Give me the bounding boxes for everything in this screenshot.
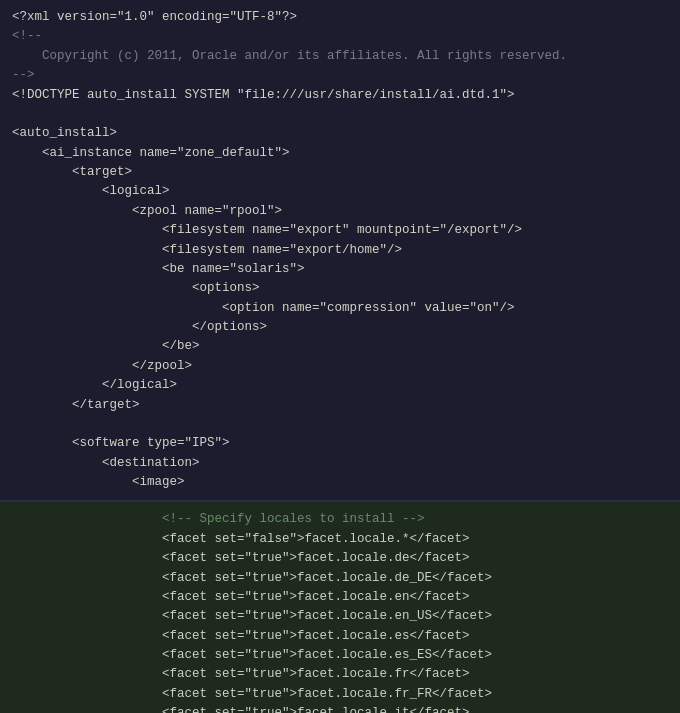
destination-open: <destination> <box>12 456 200 470</box>
facet-locale-all: <facet set="false">facet.locale.*</facet… <box>12 532 470 546</box>
bottom-code-block: <!-- Specify locales to install --> <fac… <box>12 510 668 713</box>
facet-locale-fr-FR: <facet set="true">facet.locale.fr_FR</fa… <box>12 687 492 701</box>
ai-instance-open: <ai_instance name="zone_default"> <box>12 146 290 160</box>
software-open: <software type="IPS"> <box>12 436 230 450</box>
facet-locale-fr: <facet set="true">facet.locale.fr</facet… <box>12 667 470 681</box>
xml-declaration: <?xml version="1.0" encoding="UTF-8"?> <box>12 10 297 24</box>
auto-install-open: <auto_install> <box>12 126 117 140</box>
facet-locale-it: <facet set="true">facet.locale.it</facet… <box>12 706 470 713</box>
facet-locale-en-US: <facet set="true">facet.locale.en_US</fa… <box>12 609 492 623</box>
locales-comment: <!-- Specify locales to install --> <box>12 512 425 526</box>
editor-container: <?xml version="1.0" encoding="UTF-8"?> <… <box>0 0 680 713</box>
comment-close: --> <box>12 68 35 82</box>
facet-locale-es-ES: <facet set="true">facet.locale.es_ES</fa… <box>12 648 492 662</box>
filesystem-home: <filesystem name="export/home"/> <box>12 243 402 257</box>
target-open: <target> <box>12 165 132 179</box>
top-code-block: <?xml version="1.0" encoding="UTF-8"?> <… <box>12 8 668 492</box>
options-close: </options> <box>12 320 267 334</box>
facet-locale-es: <facet set="true">facet.locale.es</facet… <box>12 629 470 643</box>
doctype-declaration: <!DOCTYPE auto_install SYSTEM "file:///u… <box>12 88 515 102</box>
zpool-close: </zpool> <box>12 359 192 373</box>
facet-locale-de-DE: <facet set="true">facet.locale.de_DE</fa… <box>12 571 492 585</box>
bottom-code-section: <!-- Specify locales to install --> <fac… <box>0 502 680 713</box>
top-code-section: <?xml version="1.0" encoding="UTF-8"?> <… <box>0 0 680 502</box>
filesystem-export: <filesystem name="export" mountpoint="/e… <box>12 223 522 237</box>
logical-open: <logical> <box>12 184 170 198</box>
facet-locale-en: <facet set="true">facet.locale.en</facet… <box>12 590 470 604</box>
facet-locale-de: <facet set="true">facet.locale.de</facet… <box>12 551 470 565</box>
be-open: <be name="solaris"> <box>12 262 305 276</box>
target-close: </target> <box>12 398 140 412</box>
comment-open: <!-- <box>12 29 42 43</box>
options-open: <options> <box>12 281 260 295</box>
copyright-comment: Copyright (c) 2011, Oracle and/or its af… <box>12 49 567 63</box>
option-compression: <option name="compression" value="on"/> <box>12 301 515 315</box>
logical-close: </logical> <box>12 378 177 392</box>
be-close: </be> <box>12 339 200 353</box>
zpool-open: <zpool name="rpool"> <box>12 204 282 218</box>
image-open: <image> <box>12 475 185 489</box>
